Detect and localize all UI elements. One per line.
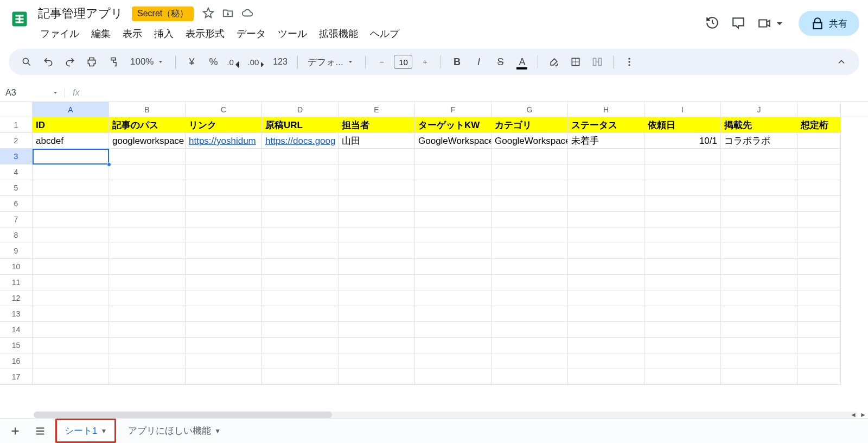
cell-C17[interactable] — [186, 369, 262, 385]
row-header-17[interactable]: 17 — [0, 369, 33, 385]
menu-help[interactable]: ヘルプ — [365, 24, 405, 43]
cell-F1[interactable]: ターゲットKW — [415, 117, 492, 133]
cell-J13[interactable] — [721, 306, 797, 322]
paint-format-icon[interactable] — [104, 53, 123, 71]
menu-format[interactable]: 表示形式 — [180, 24, 230, 43]
cell-H14[interactable] — [568, 322, 644, 338]
row-header-12[interactable]: 12 — [0, 290, 33, 306]
history-icon[interactable] — [705, 16, 719, 31]
cell-A14[interactable] — [33, 322, 109, 338]
cell-K9[interactable] — [797, 243, 841, 259]
menu-data[interactable]: データ — [231, 24, 271, 43]
cell-K8[interactable] — [797, 227, 841, 243]
cell-K3[interactable] — [797, 149, 841, 164]
cell-C6[interactable] — [186, 196, 262, 212]
cell-E4[interactable] — [339, 164, 415, 180]
cell-A3[interactable] — [33, 149, 109, 164]
cell-C11[interactable] — [186, 275, 262, 290]
cell-D11[interactable] — [262, 275, 339, 290]
cell-G16[interactable] — [492, 353, 568, 369]
cell-I15[interactable] — [644, 338, 721, 353]
star-icon[interactable] — [202, 7, 214, 21]
add-sheet-button[interactable] — [5, 421, 25, 441]
share-button[interactable]: 共有 — [799, 11, 859, 36]
cell-D8[interactable] — [262, 227, 339, 243]
cell-D13[interactable] — [262, 306, 339, 322]
cell-B17[interactable] — [109, 369, 186, 385]
cell-J5[interactable] — [721, 180, 797, 196]
col-header-F[interactable]: F — [415, 102, 492, 117]
cell-I13[interactable] — [644, 306, 721, 322]
cell-J6[interactable] — [721, 196, 797, 212]
cell-D7[interactable] — [262, 212, 339, 227]
row-header-1[interactable]: 1 — [0, 117, 33, 133]
cell-F10[interactable] — [415, 259, 492, 275]
move-icon[interactable] — [222, 7, 234, 21]
cell-F5[interactable] — [415, 180, 492, 196]
sheet-tab-1[interactable]: シート1 ▼ — [55, 419, 116, 443]
col-header-A[interactable]: A — [33, 102, 109, 117]
cell-B10[interactable] — [109, 259, 186, 275]
print-icon[interactable] — [82, 53, 101, 71]
cell-F17[interactable] — [415, 369, 492, 385]
cell-I5[interactable] — [644, 180, 721, 196]
cell-H12[interactable] — [568, 290, 644, 306]
cell-K14[interactable] — [797, 322, 841, 338]
cell-E8[interactable] — [339, 227, 415, 243]
cell-A8[interactable] — [33, 227, 109, 243]
col-header-H[interactable]: H — [568, 102, 644, 117]
cell-C10[interactable] — [186, 259, 262, 275]
cell-J2[interactable]: コラボラボ — [721, 133, 797, 149]
cell-H5[interactable] — [568, 180, 644, 196]
cell-B13[interactable] — [109, 306, 186, 322]
cell-I8[interactable] — [644, 227, 721, 243]
cell-I10[interactable] — [644, 259, 721, 275]
cell-C9[interactable] — [186, 243, 262, 259]
cell-K12[interactable] — [797, 290, 841, 306]
cell-B5[interactable] — [109, 180, 186, 196]
doc-title[interactable]: 記事管理アプリ — [35, 4, 126, 23]
cell-J12[interactable] — [721, 290, 797, 306]
menu-extensions[interactable]: 拡張機能 — [314, 24, 363, 43]
cell-G1[interactable]: カテゴリ — [492, 117, 568, 133]
cell-I16[interactable] — [644, 353, 721, 369]
cell-F15[interactable] — [415, 338, 492, 353]
cell-A17[interactable] — [33, 369, 109, 385]
zoom-selector[interactable]: 100% — [126, 56, 169, 67]
cell-J8[interactable] — [721, 227, 797, 243]
row-header-2[interactable]: 2 — [0, 133, 33, 149]
cell-F12[interactable] — [415, 290, 492, 306]
redo-icon[interactable] — [61, 53, 79, 71]
cell-G7[interactable] — [492, 212, 568, 227]
cell-D16[interactable] — [262, 353, 339, 369]
horizontal-scrollbar[interactable] — [34, 412, 858, 418]
row-header-4[interactable]: 4 — [0, 164, 33, 180]
cell-G2[interactable]: GoogleWorkspace — [492, 133, 568, 149]
col-header-G[interactable]: G — [492, 102, 568, 117]
cell-H1[interactable]: ステータス — [568, 117, 644, 133]
cell-J9[interactable] — [721, 243, 797, 259]
currency-icon[interactable]: ¥ — [182, 53, 201, 71]
cell-C4[interactable] — [186, 164, 262, 180]
cell-C7[interactable] — [186, 212, 262, 227]
cell-D10[interactable] — [262, 259, 339, 275]
borders-icon[interactable] — [566, 53, 585, 71]
cell-E7[interactable] — [339, 212, 415, 227]
cell-G13[interactable] — [492, 306, 568, 322]
menu-tools[interactable]: ツール — [272, 24, 312, 43]
cell-F6[interactable] — [415, 196, 492, 212]
secret-badge[interactable]: Secret（秘） — [132, 7, 194, 21]
cell-F4[interactable] — [415, 164, 492, 180]
text-color-icon[interactable]: A — [513, 53, 531, 71]
cell-E15[interactable] — [339, 338, 415, 353]
row-header-16[interactable]: 16 — [0, 353, 33, 369]
cell-I4[interactable] — [644, 164, 721, 180]
cell-I17[interactable] — [644, 369, 721, 385]
cell-F14[interactable] — [415, 322, 492, 338]
increase-font-icon[interactable]: + — [416, 53, 434, 71]
cell-D15[interactable] — [262, 338, 339, 353]
cell-D6[interactable] — [262, 196, 339, 212]
menu-insert[interactable]: 挿入 — [149, 24, 179, 43]
cell-I12[interactable] — [644, 290, 721, 306]
increase-decimal-icon[interactable]: .00 — [247, 53, 266, 71]
